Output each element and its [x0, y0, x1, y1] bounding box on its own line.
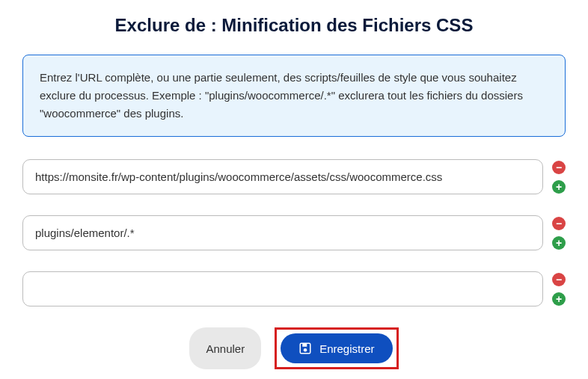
exclude-input-2[interactable] [22, 271, 543, 306]
save-button-label: Enregistrer [319, 342, 374, 355]
row-actions-2: − + [552, 273, 566, 306]
save-icon [298, 342, 312, 355]
remove-button[interactable]: − [552, 161, 566, 174]
exclude-row-2: − + [22, 271, 566, 306]
remove-button[interactable]: − [552, 217, 566, 230]
action-bar: Annuler Enregistrer [22, 327, 566, 369]
svg-rect-1 [302, 343, 307, 347]
row-actions-0: − + [552, 161, 566, 194]
exclude-row-1: − + [22, 215, 566, 250]
exclude-input-1[interactable] [22, 215, 543, 250]
svg-point-2 [304, 348, 307, 352]
page-title: Exclure de : Minification des Fichiers C… [22, 15, 566, 36]
save-button[interactable]: Enregistrer [281, 333, 392, 363]
row-actions-1: − + [552, 217, 566, 250]
remove-button[interactable]: − [552, 273, 566, 286]
save-highlight: Enregistrer [275, 327, 398, 369]
add-button[interactable]: + [552, 180, 566, 194]
info-message: Entrez l'URL complète, ou une partie seu… [22, 55, 566, 137]
add-button[interactable]: + [552, 292, 566, 306]
cancel-button[interactable]: Annuler [189, 327, 261, 369]
exclude-input-0[interactable] [22, 159, 543, 194]
exclude-row-0: − + [22, 159, 566, 194]
add-button[interactable]: + [552, 236, 566, 250]
